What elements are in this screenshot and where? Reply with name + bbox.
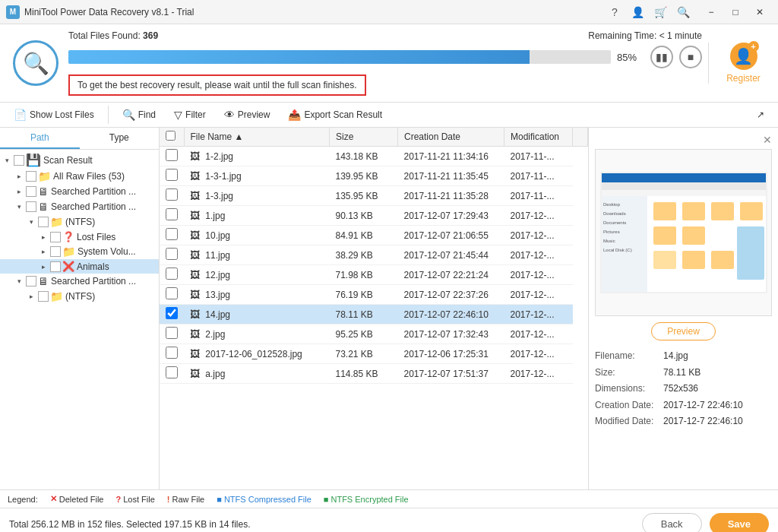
- lost-question-icon: ?: [115, 495, 121, 504]
- table-row[interactable]: 🖼 a.jpg 114.85 KB 2017-12-07 17:51:37 20…: [160, 364, 588, 384]
- checkbox-searched-2[interactable]: [26, 201, 36, 212]
- meta-size-row: Size: 78.11 KB: [595, 365, 772, 382]
- cart-icon[interactable]: 🛒: [653, 5, 667, 19]
- row-checkbox-cell[interactable]: [160, 285, 184, 305]
- export-icon: 📤: [288, 109, 301, 121]
- remaining-time-text: Remaining Time: < 1 minute: [588, 30, 702, 41]
- save-button[interactable]: Save: [710, 513, 769, 532]
- row-checkbox-cell[interactable]: [160, 226, 184, 245]
- row-checkbox[interactable]: [166, 347, 178, 359]
- svg-rect-10: [653, 226, 676, 245]
- select-all-checkbox[interactable]: [166, 131, 176, 141]
- sysvol-icon: 📁: [62, 245, 75, 258]
- file-metadata: Filename: 14.jpg Size: 78.11 KB Dimensio…: [595, 348, 772, 430]
- table-row[interactable]: 🖼 10.jpg 84.91 KB 2017-12-07 21:06:55 20…: [160, 226, 588, 245]
- row-checkbox-cell[interactable]: [160, 325, 184, 344]
- preview-toolbar-button[interactable]: 👁 Preview: [217, 106, 278, 124]
- table-row[interactable]: 🖼 12.jpg 71.98 KB 2017-12-07 22:21:24 20…: [160, 265, 588, 285]
- table-row[interactable]: 🖼 1-3.jpg 135.95 KB 2017-11-21 11:35:28 …: [160, 186, 588, 206]
- table-header-row: File Name ▲ Size Creation Date Modificat…: [160, 128, 588, 147]
- row-checkbox[interactable]: [166, 248, 178, 260]
- toolbar-right: ↗: [749, 106, 772, 123]
- tree-item-scan-result[interactable]: ▾ 💾 Scan Result: [0, 151, 159, 169]
- tree-label-searched-2: Searched Partition ...: [51, 201, 136, 212]
- row-size-cell: 90.13 KB: [330, 206, 398, 226]
- tab-type[interactable]: Type: [80, 128, 160, 149]
- stop-button[interactable]: ■: [679, 46, 702, 68]
- back-button[interactable]: Back: [642, 513, 702, 532]
- row-checkbox[interactable]: [166, 149, 178, 161]
- tree-item-lost-files[interactable]: ▸ ❓ Lost Files: [0, 230, 159, 244]
- zoom-icon[interactable]: 🔍: [676, 5, 690, 19]
- user-icon[interactable]: 👤: [631, 5, 644, 19]
- row-checkbox[interactable]: [166, 169, 178, 181]
- checkbox-searched-3[interactable]: [26, 276, 36, 287]
- row-checkbox-cell[interactable]: [160, 147, 184, 166]
- row-checkbox[interactable]: [166, 327, 178, 339]
- preview-button[interactable]: Preview: [651, 322, 716, 340]
- table-row[interactable]: 🖼 1-3-1.jpg 139.95 KB 2017-11-21 11:35:4…: [160, 166, 588, 186]
- table-header: File Name ▲ Size Creation Date Modificat…: [160, 128, 588, 147]
- table-row[interactable]: 🖼 11.jpg 38.29 KB 2017-12-07 21:45:44 20…: [160, 245, 588, 265]
- show-lost-files-button[interactable]: 📄 Show Lost Files: [6, 106, 102, 124]
- table-row[interactable]: 🖼 2017-12-06_012528.jpg 73.21 KB 2017-12…: [160, 344, 588, 364]
- find-button[interactable]: 🔍 Find: [115, 106, 163, 124]
- checkbox-all-raw[interactable]: [26, 171, 36, 182]
- expand-icon-sys: ▸: [38, 246, 49, 257]
- row-checkbox[interactable]: [166, 366, 178, 378]
- tree-item-ntfs-1[interactable]: ▾ 📁 (NTFS): [0, 214, 159, 230]
- row-modification-cell: 2017-12-...: [504, 285, 573, 305]
- tree-item-all-raw[interactable]: ▸ 📁 All Raw Files (53): [0, 169, 159, 184]
- row-checkbox-cell[interactable]: [160, 265, 184, 285]
- table-row[interactable]: 🖼 1-2.jpg 143.18 KB 2017-11-21 11:34:16 …: [160, 147, 588, 166]
- row-creation-cell: 2017-12-07 22:21:24: [398, 265, 504, 285]
- row-checkbox-cell[interactable]: [160, 166, 184, 186]
- tree-item-searched-1[interactable]: ▸ 🖥 Searched Partition ...: [0, 184, 159, 199]
- row-checkbox[interactable]: [166, 228, 178, 240]
- checkbox-animals[interactable]: [50, 261, 61, 272]
- filter-button[interactable]: ▽ Filter: [166, 106, 213, 124]
- checkbox-ntfs-1[interactable]: [38, 217, 49, 227]
- maximize-button[interactable]: □: [723, 0, 748, 24]
- export-scan-button[interactable]: 📤 Export Scan Result: [280, 106, 390, 124]
- row-checkbox[interactable]: [166, 208, 178, 220]
- minimize-button[interactable]: −: [699, 0, 723, 24]
- titlebar-left: M MiniTool Power Data Recovery v8.1 - Tr…: [6, 5, 194, 19]
- row-checkbox[interactable]: [166, 268, 178, 280]
- close-preview-icon[interactable]: ✕: [763, 134, 772, 146]
- tree-item-searched-2[interactable]: ▾ 🖥 Searched Partition ...: [0, 199, 159, 214]
- tree-item-system-volu[interactable]: ▸ 📁 System Volu...: [0, 244, 159, 259]
- tree-item-searched-3[interactable]: ▾ 🖥 Searched Partition ...: [0, 274, 159, 289]
- row-checkbox[interactable]: [166, 287, 178, 299]
- register-plus-icon: +: [748, 41, 759, 52]
- checkbox-searched-1[interactable]: [26, 186, 36, 197]
- row-checkbox-cell[interactable]: [160, 364, 184, 384]
- table-row[interactable]: 🖼 14.jpg 78.11 KB 2017-12-07 22:46:10 20…: [160, 305, 588, 325]
- close-button[interactable]: ✕: [748, 0, 772, 24]
- tree-item-animals[interactable]: ▸ ❌ Animals: [0, 259, 159, 274]
- toolbar-extra-button[interactable]: ↗: [749, 106, 772, 123]
- file-table-container[interactable]: File Name ▲ Size Creation Date Modificat…: [160, 128, 588, 489]
- table-row[interactable]: 🖼 13.jpg 76.19 KB 2017-12-07 22:37:26 20…: [160, 285, 588, 305]
- row-checkbox-cell[interactable]: [160, 305, 184, 325]
- table-row[interactable]: 🖼 1.jpg 90.13 KB 2017-12-07 17:29:43 201…: [160, 206, 588, 226]
- table-row[interactable]: 🖼 2.jpg 95.25 KB 2017-12-07 17:32:43 201…: [160, 325, 588, 344]
- tree-item-ntfs-2[interactable]: ▸ 📁 (NTFS): [0, 289, 159, 304]
- checkbox-lost[interactable]: [50, 232, 61, 242]
- row-checkbox-cell[interactable]: [160, 245, 184, 265]
- row-checkbox-cell[interactable]: [160, 344, 184, 364]
- deleted-icon: ✕: [50, 494, 57, 504]
- pause-button[interactable]: ▮▮: [650, 46, 673, 68]
- row-checkbox-cell[interactable]: [160, 206, 184, 226]
- row-checkbox[interactable]: [166, 188, 178, 201]
- row-checkbox[interactable]: [166, 307, 178, 319]
- row-checkbox-cell[interactable]: [160, 186, 184, 206]
- tab-path[interactable]: Path: [0, 128, 80, 149]
- help-icon[interactable]: ?: [608, 5, 621, 19]
- checkbox-scan-result[interactable]: [14, 155, 24, 166]
- checkbox-ntfs-2[interactable]: [38, 291, 49, 302]
- register-area[interactable]: 👤 + Register: [708, 43, 769, 84]
- scan-icon-area: 🔍: [9, 36, 62, 90]
- register-label[interactable]: Register: [726, 73, 761, 84]
- checkbox-sys[interactable]: [50, 246, 61, 257]
